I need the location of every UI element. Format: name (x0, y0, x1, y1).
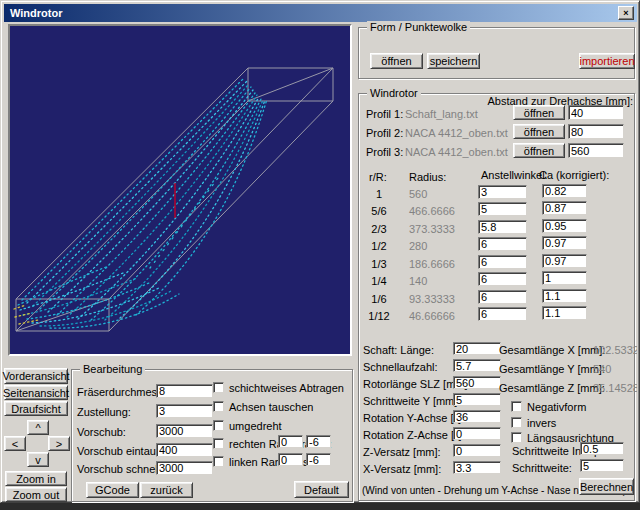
angle-input[interactable] (478, 255, 527, 269)
angle-input[interactable] (478, 202, 527, 216)
interp-step-input[interactable] (580, 442, 624, 455)
ca-input[interactable] (542, 219, 587, 233)
radius-value: 466.6666 (409, 205, 455, 217)
profile1-distance-input[interactable] (568, 105, 624, 120)
import-button[interactable]: importieren (579, 53, 635, 69)
profile2-label: Profil 2: (366, 127, 403, 139)
save-cloud-button[interactable]: speichern (427, 53, 480, 69)
flipped-checkbox[interactable] (213, 420, 224, 431)
left-edge-z-input[interactable] (306, 453, 331, 466)
invert-checkbox[interactable] (511, 417, 522, 428)
negative-form-checkbox[interactable] (511, 401, 522, 412)
zoom-in-button[interactable]: Zoom in (5, 471, 67, 486)
angle-input[interactable] (478, 290, 527, 304)
profile3-filename: NACA 4412_oben.txt (405, 146, 508, 158)
angle-input[interactable] (478, 237, 527, 251)
rr-value: 1 (365, 188, 393, 200)
total-x-value: 102.533262 (593, 344, 637, 356)
profile3-open-button[interactable]: öffnen (513, 143, 565, 158)
viewport-3d-canvas[interactable] (10, 26, 350, 354)
pan-right-button[interactable]: > (48, 436, 70, 451)
rotation-y-input[interactable] (453, 410, 501, 423)
rr-value: 1/12 (365, 310, 393, 322)
rotation-z-input[interactable] (453, 427, 501, 440)
ca-input[interactable] (542, 201, 587, 215)
plunge-feed-input[interactable] (156, 443, 213, 457)
right-edge-x-input[interactable] (278, 435, 303, 448)
mill-right-edge-checkbox[interactable] (213, 438, 224, 449)
profile3-distance-input[interactable] (568, 143, 624, 158)
total-z-value: 35.1452812 (593, 382, 637, 394)
tip-speed-ratio-input[interactable] (453, 359, 501, 372)
ca-input[interactable] (542, 289, 587, 303)
profile2-open-button[interactable]: öffnen (513, 124, 565, 139)
rapid-feed-input[interactable] (156, 461, 213, 475)
total-y-value: 540 (593, 363, 637, 375)
angle-input[interactable] (478, 220, 527, 234)
titlebar[interactable]: Windrotor × (4, 4, 637, 22)
cutter-diameter-input[interactable] (156, 384, 213, 398)
radius-value: 373.3333 (409, 223, 455, 235)
close-icon[interactable]: × (618, 6, 634, 20)
layered-removal-label: schichtweises Abtragen (229, 382, 344, 394)
infeed-input[interactable] (156, 404, 213, 418)
angle-input[interactable] (478, 272, 527, 286)
z-offset-label: Z-Versatz [mm]: (363, 446, 441, 458)
x-offset-input[interactable] (453, 461, 501, 474)
feed-input[interactable] (156, 424, 213, 438)
front-view-button[interactable]: Vorderansicht (4, 368, 68, 384)
swap-axes-checkbox[interactable] (213, 401, 224, 412)
rotor-length-input[interactable] (453, 376, 501, 389)
calculate-button[interactable]: Berechnen (579, 478, 634, 495)
longitudinal-align-checkbox[interactable] (511, 432, 522, 443)
angle-input[interactable] (478, 185, 527, 199)
point-cloud (18, 78, 267, 328)
shaft-length-input[interactable] (453, 342, 501, 355)
flipped-label: umgedreht (229, 420, 282, 432)
ca-input[interactable] (542, 306, 587, 320)
rr-value: 1/6 (365, 293, 393, 305)
rr-value: 5/6 (365, 205, 393, 217)
pan-down-button[interactable]: v (27, 452, 49, 467)
group-bearbeitung-title: Bearbeitung (80, 363, 145, 375)
step-size-input[interactable] (580, 459, 624, 472)
negative-form-label: Negativform (527, 401, 586, 413)
viewport-3d[interactable] (8, 24, 352, 356)
radius-value: 186.6666 (409, 258, 455, 270)
profile2-distance-input[interactable] (568, 124, 624, 139)
rapid-feed-label: Vorschub schnell: (77, 463, 163, 475)
gcode-button[interactable]: GCode (86, 482, 139, 498)
pan-up-button[interactable]: ^ (27, 420, 49, 435)
zoom-out-button[interactable]: Zoom out (5, 487, 67, 502)
rr-value: 2/3 (365, 223, 393, 235)
z-offset-input[interactable] (453, 444, 501, 457)
step-y-label: Schrittweite Y [mm]: (363, 395, 460, 407)
feed-label: Vorschub: (77, 426, 126, 438)
shaft-length-label: Schaft: Länge: (363, 344, 434, 356)
col-header-rr: r/R: (369, 171, 387, 183)
group-form-punktewolke-title: Form / Punktewolke (367, 21, 470, 33)
ca-input[interactable] (542, 184, 587, 198)
side-view-button[interactable]: Seitenansicht (4, 385, 68, 400)
layered-removal-checkbox[interactable] (213, 382, 224, 393)
total-z-label: Gesamtlänge Z [mm]: (499, 382, 605, 394)
left-edge-x-input[interactable] (278, 453, 303, 466)
back-button[interactable]: zurück (140, 482, 193, 498)
tip-speed-ratio-label: Schnellaufzahl: (363, 361, 438, 373)
profile3-label: Profil 3: (366, 146, 403, 158)
top-view-button[interactable]: Draufsicht (4, 401, 68, 416)
ca-input[interactable] (542, 254, 587, 268)
angle-input[interactable] (478, 307, 527, 321)
right-edge-z-input[interactable] (306, 435, 331, 448)
ca-input[interactable] (542, 236, 587, 250)
rr-value: 1/3 (365, 258, 393, 270)
ca-input[interactable] (542, 271, 587, 285)
infeed-label: Zustellung: (77, 406, 131, 418)
rotation-z-label: Rotation Z-Achse [°]. (363, 429, 465, 441)
default-button[interactable]: Default (294, 481, 349, 498)
open-cloud-button[interactable]: öffnen (370, 53, 423, 69)
pan-left-button[interactable]: < (4, 436, 26, 451)
profile1-open-button[interactable]: öffnen (513, 105, 565, 120)
mill-left-edge-checkbox[interactable] (213, 456, 224, 467)
step-y-input[interactable] (453, 393, 501, 406)
